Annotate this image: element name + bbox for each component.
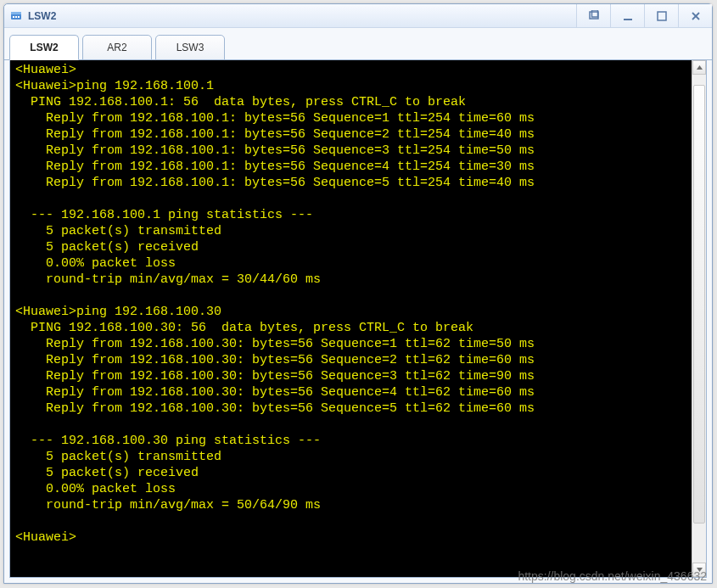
app-icon — [9, 9, 23, 23]
scroll-thumb[interactable] — [693, 85, 705, 524]
minimize-button[interactable] — [610, 4, 644, 27]
tabbar: LSW2AR2LSW3 — [4, 28, 712, 60]
svg-rect-8 — [658, 12, 666, 20]
tab-label: AR2 — [107, 42, 126, 53]
scroll-down-button[interactable] — [692, 563, 706, 577]
svg-rect-5 — [590, 12, 598, 19]
svg-rect-2 — [13, 16, 14, 18]
titlebar[interactable]: LSW2 — [4, 4, 712, 28]
scroll-track[interactable] — [692, 75, 706, 563]
tab-label: LSW3 — [176, 42, 204, 53]
maximize-button[interactable] — [644, 4, 678, 27]
window-controls — [576, 4, 712, 27]
scroll-up-button[interactable] — [692, 60, 706, 75]
svg-rect-6 — [591, 10, 597, 17]
svg-rect-3 — [15, 16, 17, 18]
svg-rect-4 — [18, 16, 20, 18]
tab-label: LSW2 — [30, 42, 58, 53]
vertical-scrollbar[interactable] — [692, 60, 706, 577]
tab-lsw2[interactable]: LSW2 — [9, 35, 79, 60]
window-pin-button[interactable] — [576, 4, 610, 27]
tab-lsw3[interactable]: LSW3 — [155, 35, 225, 60]
tab-ar2[interactable]: AR2 — [82, 35, 152, 60]
close-button[interactable] — [678, 4, 712, 27]
terminal-output[interactable]: <Huawei> <Huawei>ping 192.168.100.1 PING… — [10, 60, 692, 577]
terminal-panel: <Huawei> <Huawei>ping 192.168.100.1 PING… — [9, 60, 707, 578]
app-window: LSW2 LSW2AR2LSW3 <Huawei> <Huawei>ping 1… — [3, 3, 713, 584]
window-title: LSW2 — [28, 10, 576, 22]
svg-rect-1 — [11, 12, 21, 14]
